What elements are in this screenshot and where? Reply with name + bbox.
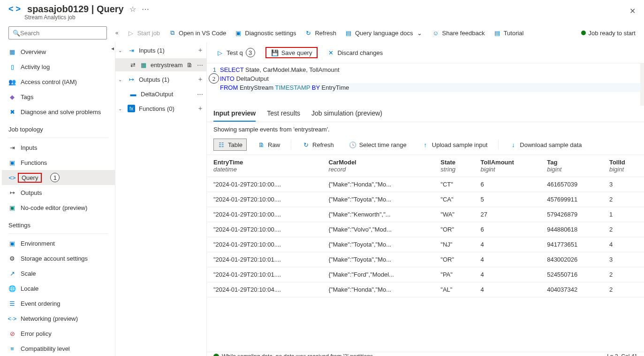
more-icon[interactable]: ⋯ [197, 62, 204, 69]
nav-diagnose[interactable]: ✖Diagnose and solve problems [2, 104, 115, 119]
outputs-icon: ↦ [128, 76, 135, 83]
start-job-button[interactable]: ▷Start job [127, 29, 160, 37]
smile-icon: ☺ [432, 29, 439, 37]
iam-icon: 👥 [8, 78, 16, 85]
save-query-button[interactable]: 💾Save query [265, 47, 318, 58]
nav-overview[interactable]: ▦Overview [2, 44, 115, 59]
tab-test-results[interactable]: Test results [267, 109, 300, 122]
select-time-range-button[interactable]: 🕓Select time range [345, 139, 411, 151]
nav-scale[interactable]: ↗Scale [2, 266, 115, 281]
table-row[interactable]: "2024-01-29T20:10:00....{"Make":"Honda",… [207, 177, 644, 192]
nav-nocode-editor[interactable]: ▣No-code editor (preview) [2, 200, 115, 215]
nav-storage[interactable]: ⚙Storage account settings [2, 251, 115, 266]
table-row[interactable]: "2024-01-29T20:10:00....{"Make":"Toyota"… [207, 237, 644, 252]
tab-job-simulation[interactable]: Job simulation (preview) [311, 109, 382, 122]
column-header[interactable]: Tagbigint [540, 155, 603, 177]
table-cell: {"Make":"Toyota","Mo... [322, 252, 434, 267]
nav-tags[interactable]: ◆Tags [2, 89, 115, 104]
table-view-button[interactable]: ☷Table [213, 139, 247, 151]
editor-scrollbar[interactable] [640, 63, 644, 106]
preview-refresh-button[interactable]: ↻Refresh [298, 139, 338, 151]
io-deltaoutput[interactable]: ▬DeltaOutput⋯ [115, 87, 206, 101]
table-row[interactable]: "2024-01-29T20:10:04....{"Make":"Honda",… [207, 282, 644, 297]
nav-error-policy[interactable]: ⊘Error policy [2, 326, 115, 341]
column-header[interactable]: CarModelrecord [322, 155, 434, 177]
annotation-1: 1 [50, 173, 60, 182]
io-inputs-group[interactable]: ⌄⇥Inputs (1)＋ [115, 42, 206, 58]
add-input-icon[interactable]: ＋ [197, 46, 204, 54]
table-cell: 2 [603, 282, 644, 297]
nav-activity-log[interactable]: ▯Activity log [2, 59, 115, 74]
save-icon: 💾 [271, 49, 279, 56]
nav-outputs[interactable]: ↦Outputs [2, 185, 115, 200]
nav-inputs[interactable]: ⇥Inputs [2, 140, 115, 155]
clock-icon: 🕓 [349, 141, 356, 148]
search-field[interactable] [20, 30, 103, 37]
tab-input-preview[interactable]: Input preview [213, 109, 256, 122]
discard-changes-button[interactable]: ✕Discard changes [324, 47, 386, 58]
download-sample-button[interactable]: ↓Download sample data [505, 139, 586, 151]
command-bar: 🔍 « ▷Start job ⧉Open in VS Code ▣Diagnos… [0, 23, 644, 42]
nav-query-label: Query [18, 173, 42, 183]
raw-view-button[interactable]: 🗎Raw [253, 139, 284, 151]
open-vscode-button[interactable]: ⧉Open in VS Code [168, 29, 226, 37]
table-cell: {"Make":"Volvo","Mod... [322, 222, 434, 237]
log-icon: ▯ [8, 63, 16, 70]
table-cell: "CT" [434, 177, 474, 192]
functions-icon: ▣ [8, 159, 16, 166]
table-cell: 944880618 [540, 222, 603, 237]
table-cell: "2024-01-29T20:10:00.... [207, 192, 322, 207]
column-header[interactable]: TollAmountbigint [474, 155, 541, 177]
nav-environment[interactable]: ▣Environment [2, 236, 115, 251]
more-icon[interactable]: ⋯ [142, 5, 149, 14]
table-cell: 461657039 [540, 177, 603, 192]
table-cell: "2024-01-29T20:10:00.... [207, 222, 322, 237]
compat-icon: ≡ [8, 345, 16, 352]
nav-query[interactable]: <>Query1 [2, 170, 115, 185]
add-function-icon[interactable]: ＋ [197, 104, 204, 113]
io-functions-group[interactable]: ⌄fxFunctions (0)＋ [115, 101, 206, 116]
table-row[interactable]: "2024-01-29T20:10:00....{"Make":"Volvo",… [207, 222, 644, 237]
nav-event-ordering[interactable]: ☰Event ordering [2, 296, 115, 311]
refresh-button[interactable]: ↻Refresh [304, 29, 336, 37]
table-cell: "AL" [434, 282, 474, 297]
table-icon: ☷ [218, 141, 225, 148]
feedback-button[interactable]: ☺Share feedback [432, 29, 485, 37]
docs-button[interactable]: ▤Query language docs⌄ [345, 29, 424, 37]
table-row[interactable]: "2024-01-29T20:10:01....{"Make":"Toyota"… [207, 252, 644, 267]
editor-code[interactable]: SELECT State, CarModel.Make, TollAmount … [220, 65, 644, 104]
table-cell: "CA" [434, 192, 474, 207]
collapse-left-icon[interactable]: « [115, 30, 119, 36]
column-header[interactable]: TollIdbigint [603, 155, 644, 177]
main-panel: ▷Test q3 💾Save query ✕Discard changes 1 … [206, 42, 644, 356]
io-outputs-group[interactable]: ⌄↦Outputs (1)＋ [115, 71, 206, 87]
table-cell: 4 [474, 282, 541, 297]
data-table-wrap[interactable]: EntryTimedatetimeCarModelrecordStatestri… [207, 155, 644, 352]
collapse-io-icon[interactable]: ◂ [111, 45, 114, 52]
table-row[interactable]: "2024-01-29T20:10:00....{"Make":"Kenwort… [207, 207, 644, 222]
table-row[interactable]: "2024-01-29T20:10:01....{"Make":"Ford","… [207, 267, 644, 282]
table-cell: 4 [474, 237, 541, 252]
column-header[interactable]: Statestring [434, 155, 474, 177]
column-header[interactable]: EntryTimedatetime [207, 155, 322, 177]
test-query-button[interactable]: ▷Test q3 [213, 46, 259, 59]
search-input[interactable]: 🔍 [8, 26, 107, 39]
diagnostic-settings-button[interactable]: ▣Diagnostic settings [235, 29, 296, 37]
table-row[interactable]: "2024-01-29T20:10:00....{"Make":"Toyota"… [207, 192, 644, 207]
add-output-icon[interactable]: ＋ [197, 75, 204, 84]
nav-functions[interactable]: ▣Functions [2, 155, 115, 170]
upload-sample-button[interactable]: ↑Upload sample input [417, 139, 492, 151]
star-icon[interactable]: ☆ [129, 5, 136, 14]
code-editor[interactable]: 1 2 SELECT State, CarModel.Make, TollAmo… [207, 63, 644, 106]
close-icon[interactable]: ✕ [629, 7, 636, 15]
nav-access-control[interactable]: 👥Access control (IAM) [2, 74, 115, 89]
io-entrystream[interactable]: ⇄▦entrystream🗎⋯ [115, 58, 206, 71]
nav-compat-level[interactable]: ≡Compatibility level [2, 341, 115, 356]
env-icon: ▣ [8, 240, 16, 247]
nav-locale[interactable]: 🌐Locale [2, 281, 115, 296]
tutorial-button[interactable]: ▤Tutorial [493, 29, 524, 37]
more-icon[interactable]: ⋯ [197, 91, 204, 98]
network-icon: <·> [8, 315, 16, 322]
nav-networking[interactable]: <·>Networking (preview) [2, 311, 115, 326]
diagnose-icon: ✖ [8, 108, 16, 116]
